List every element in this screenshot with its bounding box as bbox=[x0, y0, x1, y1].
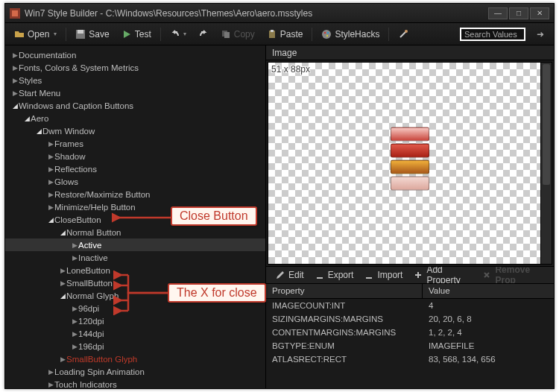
property-name: IMAGECOUNT:INT bbox=[266, 300, 423, 311]
tree-restoremax[interactable]: ▶Restore/Maximize Button bbox=[5, 188, 265, 200]
property-row[interactable]: BGTYPE:ENUMIMAGEFILE bbox=[266, 339, 554, 353]
tree-reflections[interactable]: ▶Reflections bbox=[5, 162, 265, 175]
main-toolbar: Open▾ Save Test ▾ Copy Paste StyleHacks … bbox=[5, 23, 554, 45]
app-window: Win7 Style Builder - C:\Windows\Resource… bbox=[4, 3, 555, 389]
remove-icon bbox=[481, 270, 492, 280]
col-property[interactable]: Property bbox=[266, 284, 423, 298]
property-value: 1, 2, 2, 4 bbox=[423, 327, 468, 338]
prop-remove-button[interactable]: Remove Prop bbox=[477, 266, 549, 284]
svg-rect-4 bbox=[224, 32, 230, 38]
tree-documentation[interactable]: ▶Documentation bbox=[5, 48, 265, 61]
property-name: CONTENTMARGINS:MARGINS bbox=[266, 327, 423, 338]
content-area: ▶Documentation ▶Fonts, Colors & System M… bbox=[5, 45, 554, 388]
tree-touch[interactable]: ▶Touch Indicators bbox=[5, 378, 265, 388]
export-icon bbox=[315, 270, 325, 280]
property-toolbar: Edit Export Import Add Property Remove P… bbox=[266, 266, 554, 284]
tree-glows[interactable]: ▶Glows bbox=[5, 175, 265, 188]
image-preview[interactable]: 51 x 88px bbox=[268, 62, 552, 265]
svg-rect-6 bbox=[271, 30, 274, 32]
prop-add-button[interactable]: Add Property bbox=[408, 266, 476, 284]
tree-144dpi[interactable]: ▶144dpi bbox=[5, 327, 265, 340]
paste-icon bbox=[267, 29, 277, 39]
property-table[interactable]: Property Value IMAGECOUNT:INT4SIZINGMARG… bbox=[266, 284, 554, 388]
property-value: 4 bbox=[423, 300, 439, 311]
property-row[interactable]: CONTENTMARGINS:MARGINS1, 2, 2, 4 bbox=[266, 326, 554, 339]
property-name: SIZINGMARGINS:MARGINS bbox=[266, 314, 423, 324]
play-icon bbox=[121, 29, 132, 39]
image-header: Image bbox=[266, 45, 554, 60]
callout-arrow-icon bbox=[113, 271, 168, 315]
copy-button[interactable]: Copy bbox=[216, 27, 259, 42]
titlebar[interactable]: Win7 Style Builder - C:\Windows\Resource… bbox=[5, 4, 554, 23]
callout-arrow-icon bbox=[112, 212, 171, 223]
svg-point-9 bbox=[327, 31, 329, 33]
wand-button[interactable] bbox=[394, 27, 413, 42]
tree-aero[interactable]: ◢Aero bbox=[5, 112, 265, 124]
tree-loadingspin[interactable]: ▶Loading Spin Animation bbox=[5, 365, 265, 378]
app-icon bbox=[10, 8, 20, 19]
prop-import-button[interactable]: Import bbox=[359, 268, 407, 282]
prop-edit-button[interactable]: Edit bbox=[271, 268, 309, 282]
image-sprite bbox=[391, 127, 429, 193]
wand-icon bbox=[398, 29, 408, 39]
property-row[interactable]: ATLASRECT:RECT83, 568, 134, 656 bbox=[266, 353, 554, 366]
search-go-button[interactable]: ➜ bbox=[531, 28, 549, 41]
test-button[interactable]: Test bbox=[117, 27, 156, 42]
pencil-icon bbox=[275, 270, 285, 280]
import-icon bbox=[364, 270, 374, 280]
property-name: BGTYPE:ENUM bbox=[266, 341, 423, 351]
tree-inactive[interactable]: ▶Inactive bbox=[5, 251, 265, 264]
window-title: Win7 Style Builder - C:\Windows\Resource… bbox=[25, 8, 312, 19]
tree-wcb[interactable]: ◢Windows and Caption Buttons bbox=[5, 99, 265, 112]
tree-shadow[interactable]: ▶Shadow bbox=[5, 150, 265, 162]
callout-closebutton: Close Button bbox=[171, 206, 257, 226]
right-pane: Image 51 x 88px Edit Export Import Add P… bbox=[266, 45, 554, 388]
scrollbar-vertical[interactable] bbox=[540, 63, 552, 264]
property-row[interactable]: SIZINGMARGINS:MARGINS20, 20, 6, 8 bbox=[266, 312, 554, 326]
undo-icon bbox=[170, 29, 180, 39]
close-button[interactable]: ✕ bbox=[530, 7, 549, 19]
palette-icon bbox=[321, 29, 332, 39]
svg-point-8 bbox=[324, 31, 326, 33]
paste-button[interactable]: Paste bbox=[262, 27, 308, 42]
redo-button[interactable] bbox=[194, 27, 213, 42]
svg-rect-2 bbox=[78, 30, 83, 34]
prop-export-button[interactable]: Export bbox=[310, 268, 359, 282]
tree-active[interactable]: ▶Active bbox=[5, 238, 265, 251]
property-value: 83, 568, 134, 656 bbox=[423, 354, 502, 364]
property-row[interactable]: IMAGECOUNT:INT4 bbox=[266, 299, 554, 312]
tree-fonts[interactable]: ▶Fonts, Colors & System Metrics bbox=[5, 61, 265, 74]
save-icon bbox=[75, 29, 86, 39]
callout-xforclose: The X for close bbox=[168, 283, 266, 303]
minimize-button[interactable]: — bbox=[488, 7, 508, 19]
search-input[interactable]: Search Values bbox=[460, 28, 525, 41]
tree-styles[interactable]: ▶Styles bbox=[5, 74, 265, 86]
folder-icon bbox=[14, 29, 25, 39]
copy-icon bbox=[221, 29, 231, 39]
tree-frames[interactable]: ▶Frames bbox=[5, 137, 265, 150]
property-name: ATLASRECT:RECT bbox=[266, 354, 423, 364]
tree-startmenu[interactable]: ▶Start Menu bbox=[5, 86, 265, 99]
save-button[interactable]: Save bbox=[71, 27, 113, 42]
tree-dwmwindow[interactable]: ◢Dwm Window bbox=[5, 124, 265, 137]
tree-120dpi[interactable]: ▶120dpi bbox=[5, 314, 265, 327]
undo-button[interactable]: ▾ bbox=[165, 27, 191, 42]
maximize-button[interactable]: □ bbox=[509, 7, 528, 19]
redo-icon bbox=[198, 29, 209, 39]
property-table-header: Property Value bbox=[266, 284, 554, 299]
property-value: IMAGEFILE bbox=[423, 341, 480, 351]
stylehacks-button[interactable]: StyleHacks bbox=[317, 27, 384, 42]
open-button[interactable]: Open▾ bbox=[10, 27, 61, 42]
svg-point-11 bbox=[405, 30, 408, 33]
image-dimensions: 51 x 88px bbox=[271, 64, 310, 75]
tree-196dpi[interactable]: ▶196dpi bbox=[5, 340, 265, 353]
svg-point-10 bbox=[326, 34, 328, 36]
col-value[interactable]: Value bbox=[423, 284, 456, 298]
svg-point-7 bbox=[322, 30, 331, 39]
tree-smallbuttonglyph[interactable]: ▶SmallButton Glyph bbox=[5, 353, 265, 365]
add-icon bbox=[413, 270, 423, 280]
property-value: 20, 20, 6, 8 bbox=[423, 314, 478, 324]
tree-normalbutton[interactable]: ◢Normal Button bbox=[5, 226, 265, 238]
